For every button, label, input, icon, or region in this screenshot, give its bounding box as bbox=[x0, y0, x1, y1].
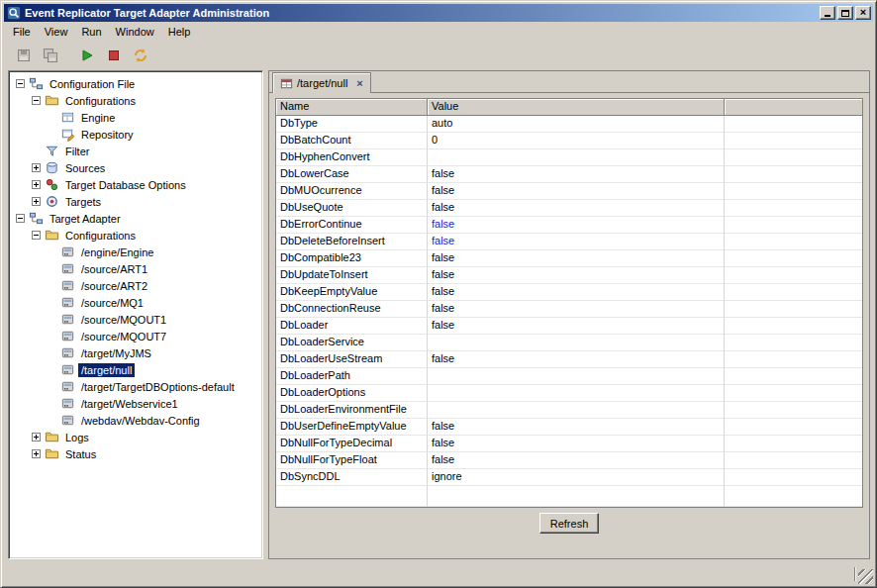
tree-item-target-webservice1[interactable]: /target/Webservice1 bbox=[12, 395, 260, 412]
tree-item-source-art2[interactable]: /source/ART2 bbox=[12, 277, 260, 294]
property-row-dbloaderoptions[interactable]: DbLoaderOptions bbox=[276, 385, 862, 402]
tree-item-logs[interactable]: Logs bbox=[12, 429, 260, 445]
tree-item-label: Target Database Options bbox=[62, 178, 189, 192]
save-button[interactable] bbox=[12, 45, 36, 66]
property-row-dbupdatetoinsert[interactable]: DbUpdateToInsertfalse bbox=[276, 267, 862, 284]
collapse-toggle-icon[interactable] bbox=[28, 227, 44, 244]
refresh-button[interactable]: Refresh bbox=[539, 513, 600, 534]
property-row-dbuserdefineemptyvalue[interactable]: DbUserDefineEmptyValuefalse bbox=[276, 419, 862, 436]
collapse-toggle-icon[interactable] bbox=[12, 210, 28, 227]
property-row-dbloaderenvironmentfile[interactable]: DbLoaderEnvironmentFile bbox=[276, 402, 862, 419]
tab-close-icon[interactable]: × bbox=[353, 77, 365, 89]
menu-help[interactable]: Help bbox=[161, 24, 198, 40]
tree-item-sources[interactable]: Sources bbox=[12, 159, 260, 176]
tree-item-configurations[interactable]: Configurations bbox=[12, 227, 260, 244]
column-header-name[interactable]: Name bbox=[276, 99, 428, 116]
tree-item-label: /source/MQOUT7 bbox=[78, 330, 169, 343]
property-row-dberrorcontinue[interactable]: DbErrorContinuefalse bbox=[276, 217, 862, 234]
property-name: DbLoaderPath bbox=[276, 368, 428, 385]
server-icon bbox=[59, 277, 76, 294]
tree-item-targets[interactable]: Targets bbox=[12, 193, 260, 210]
property-row-dbloader[interactable]: DbLoaderfalse bbox=[276, 318, 862, 335]
run-button[interactable] bbox=[75, 45, 99, 66]
expand-toggle-icon[interactable] bbox=[28, 159, 44, 176]
tree-item-source-art1[interactable]: /source/ART1 bbox=[12, 260, 260, 277]
toggle-spacer bbox=[44, 311, 59, 328]
tree-item-target-targetdboptions-default[interactable]: /target/TargetDBOptions-default bbox=[12, 378, 260, 395]
collapse-toggle-icon[interactable] bbox=[28, 92, 44, 109]
maximize-button[interactable] bbox=[837, 6, 853, 20]
property-extra bbox=[725, 419, 862, 436]
property-row-dbloaderpath[interactable]: DbLoaderPath bbox=[276, 368, 862, 385]
column-header-value[interactable]: Value bbox=[428, 99, 725, 116]
menu-run[interactable]: Run bbox=[74, 24, 108, 40]
table-filler bbox=[276, 486, 862, 507]
menu-view[interactable]: View bbox=[38, 24, 75, 40]
save-all-button[interactable] bbox=[39, 45, 62, 66]
property-extra bbox=[725, 166, 862, 183]
stop-button[interactable] bbox=[102, 45, 126, 66]
tree-item-engine-engine[interactable]: /engine/Engine bbox=[12, 244, 260, 260]
property-value bbox=[428, 402, 725, 419]
property-row-dbbatchcount[interactable]: DbBatchCount0 bbox=[276, 133, 862, 149]
play-icon bbox=[79, 48, 95, 63]
tree-item-webdav-webdav-config[interactable]: /webdav/Webdav-Config bbox=[12, 412, 260, 429]
collapse-toggle-icon[interactable] bbox=[12, 75, 28, 92]
property-row-dbsyncddl[interactable]: DbSyncDDLignore bbox=[276, 469, 862, 486]
resize-grip-icon[interactable] bbox=[858, 569, 873, 584]
tree-item-source-mq1[interactable]: /source/MQ1 bbox=[12, 294, 260, 311]
property-value bbox=[428, 385, 725, 402]
property-row-dbusequote[interactable]: DbUseQuotefalse bbox=[276, 200, 862, 217]
tab-target-null[interactable]: /target/null × bbox=[272, 72, 371, 93]
tree-item-target-myjms[interactable]: /target/MyJMS bbox=[12, 344, 260, 361]
tree-item-source-mqout1[interactable]: /source/MQOUT1 bbox=[12, 311, 260, 328]
expand-toggle-icon[interactable] bbox=[28, 176, 44, 193]
tree-indent bbox=[12, 100, 28, 101]
tree-item-configuration-file[interactable]: Configuration File bbox=[12, 75, 260, 92]
tree-item-filter[interactable]: Filter bbox=[12, 143, 260, 159]
tree-item-target-database-options[interactable]: Target Database Options bbox=[12, 176, 260, 193]
close-button[interactable]: × bbox=[855, 6, 871, 20]
tree-item-label: Engine bbox=[78, 111, 118, 125]
property-row-dbtype[interactable]: DbTypeauto bbox=[276, 116, 862, 133]
property-row-dbconnectionreuse[interactable]: DbConnectionReusefalse bbox=[276, 301, 862, 318]
property-row-dbhyphenconvert[interactable]: DbHyphenConvert bbox=[276, 149, 862, 166]
tree-item-repository[interactable]: Repository bbox=[12, 126, 260, 143]
property-value: false bbox=[428, 183, 725, 200]
property-value bbox=[428, 368, 725, 385]
property-row-dblowercase[interactable]: DbLowerCasefalse bbox=[276, 166, 862, 183]
folder-icon bbox=[44, 429, 60, 445]
refresh-button[interactable] bbox=[129, 45, 152, 66]
property-name: DbMUOcurrence bbox=[276, 183, 428, 200]
property-row-dbnullfortypefloat[interactable]: DbNullForTypeFloatfalse bbox=[276, 452, 862, 469]
property-extra bbox=[725, 116, 862, 133]
tree-indent bbox=[12, 420, 44, 421]
tree-indent bbox=[12, 336, 44, 337]
property-row-dbnullfortypedecimal[interactable]: DbNullForTypeDecimalfalse bbox=[276, 436, 862, 452]
tree-item-status[interactable]: Status bbox=[12, 445, 260, 462]
expand-toggle-icon[interactable] bbox=[28, 429, 44, 445]
property-row-dbdeletebeforeinsert[interactable]: DbDeleteBeforeInsertfalse bbox=[276, 234, 862, 250]
expand-toggle-icon[interactable] bbox=[28, 193, 44, 210]
property-value: false bbox=[428, 234, 725, 250]
property-row-dbcompatible23[interactable]: DbCompatible23false bbox=[276, 250, 862, 267]
minimize-button[interactable] bbox=[820, 6, 835, 20]
property-row-dbloaderservice[interactable]: DbLoaderService bbox=[276, 335, 862, 351]
toggle-spacer bbox=[44, 244, 59, 260]
tree-item-source-mqout7[interactable]: /source/MQOUT7 bbox=[12, 328, 260, 344]
property-row-dbmuocurrence[interactable]: DbMUOcurrencefalse bbox=[276, 183, 862, 200]
property-row-dbkeepemptyvalue[interactable]: DbKeepEmptyValuefalse bbox=[276, 284, 862, 301]
server-icon bbox=[59, 260, 76, 277]
gridpencil-icon bbox=[59, 126, 76, 143]
property-row-dbloaderusestream[interactable]: DbLoaderUseStreamfalse bbox=[276, 351, 862, 368]
tree-item-configurations[interactable]: Configurations bbox=[12, 92, 260, 109]
menu-file[interactable]: File bbox=[6, 24, 38, 40]
tree-item-target-null[interactable]: /target/null bbox=[12, 361, 260, 378]
server-icon bbox=[59, 244, 76, 260]
tree-item-engine[interactable]: Engine bbox=[12, 109, 260, 126]
property-name: DbDeleteBeforeInsert bbox=[276, 234, 428, 250]
menu-window[interactable]: Window bbox=[109, 24, 161, 40]
column-header-extra[interactable] bbox=[725, 99, 862, 116]
tree-item-target-adapter[interactable]: Target Adapter bbox=[12, 210, 260, 227]
expand-toggle-icon[interactable] bbox=[28, 445, 44, 462]
